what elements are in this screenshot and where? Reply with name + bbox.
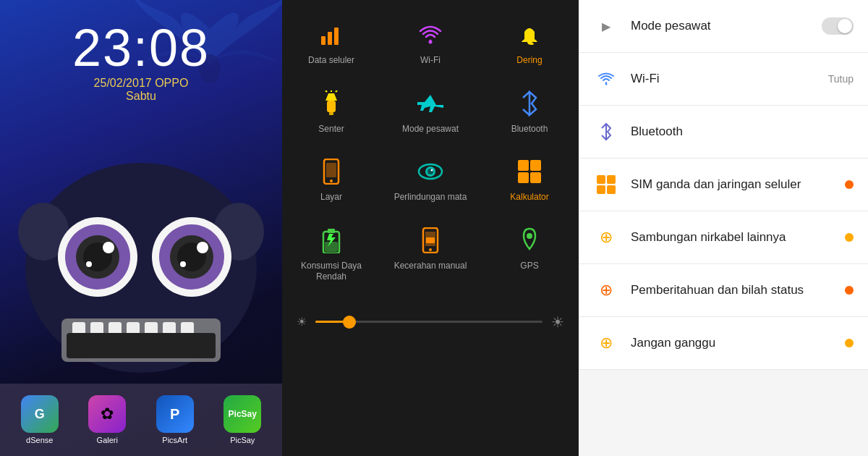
app-picsay[interactable]: PicSay PicSay [217,395,268,444]
quick-kecerahan[interactable]: Kecerahan manual [381,213,480,292]
svg-rect-47 [328,229,335,233]
svg-point-51 [429,248,432,251]
quick-wifi[interactable]: Wi-Fi [381,7,480,75]
svg-rect-25 [321,36,326,45]
bluetooth-quick-icon [520,89,539,118]
svg-rect-45 [530,172,541,183]
home-screen: 23:08 25/02/2017 OPPO Sabtu [0,0,282,456]
svg-rect-52 [426,237,435,243]
wifi-icon-wrap [593,66,619,92]
kecerahan-label: Kecerahan manual [394,261,467,272]
data-seluler-label: Data seluler [308,55,354,67]
svg-point-53 [527,233,532,239]
svg-rect-42 [518,160,529,171]
quick-senter[interactable]: Senter [282,76,380,144]
mode-pesawat-icon [417,89,443,118]
clock-widget: 23:08 25/02/2017 OPPO Sabtu [0,22,282,103]
brightness-high-icon: ☀ [551,313,564,331]
jangan-ganggu-setting-label: Jangan ganggu [631,336,845,350]
toggle-thumb [838,19,852,33]
svg-marker-29 [326,93,337,101]
sambungan-dot [845,233,854,242]
svg-rect-58 [607,185,616,194]
kalkulator-label: Kalkulator [510,192,548,203]
quick-dering[interactable]: Dering [480,7,579,75]
svg-point-37 [330,180,333,182]
konsumsi-daya-icon [321,226,341,255]
quick-kalkulator[interactable]: Kalkulator [480,144,579,212]
settings-list: ▶ Mode pesawat Wi-Fi Tutup [579,0,868,370]
svg-rect-43 [530,160,541,171]
bluetooth-icon-wrap [593,119,619,145]
bluetooth-quick-label: Bluetooth [511,124,548,135]
wifi-settings-icon [598,72,614,85]
perlindungan-mata-icon [417,157,443,186]
app-galeri[interactable]: ✿ Galeri [82,395,132,444]
quick-bluetooth[interactable]: Bluetooth [480,76,579,144]
bluetooth-setting-label: Bluetooth [631,124,854,139]
svg-rect-44 [518,172,529,183]
svg-rect-27 [334,28,339,45]
svg-point-28 [429,41,433,44]
svg-rect-56 [607,175,616,184]
layar-label: Layar [320,192,342,203]
svg-rect-57 [597,185,605,194]
dering-icon [519,20,540,49]
perlindungan-mata-label: Perlindungan mata [394,192,467,203]
svg-rect-24 [67,333,216,358]
brightness-low-icon: ☀ [297,315,307,329]
mode-pesawat-setting-label: Mode pesawat [631,19,822,33]
brightness-track[interactable] [315,321,542,323]
svg-line-34 [326,90,327,92]
svg-rect-48 [325,242,338,252]
kalkulator-icon [516,157,542,186]
gps-icon [519,226,540,255]
settings-bluetooth[interactable]: Bluetooth [579,106,868,159]
settings-sambungan-nirkabel[interactable]: ⊕ Sambungan nirkabel lainnya [579,211,868,264]
quick-data-seluler[interactable]: Data seluler [282,7,380,75]
quick-layar[interactable]: Layar [282,144,380,212]
svg-point-54 [605,83,608,85]
app-dock: G dSense ✿ Galeri P PicsArt PicSay PicSa… [0,384,282,456]
wifi-quick-label: Wi-Fi [420,55,441,67]
pemberitahuan-dot [845,286,854,295]
pemberitahuan-setting-label: Pemberitahuan dan bilah status [631,283,845,297]
app-picsart[interactable]: P PicsArt [150,395,200,444]
svg-point-15 [180,261,186,267]
settings-panel: ▶ Mode pesawat Wi-Fi Tutup [579,0,868,456]
quick-settings-grid: Data seluler Wi-Fi Dering Senter Mo [282,0,579,299]
svg-rect-31 [329,112,333,115]
quick-settings-panel: Data seluler Wi-Fi Dering Senter Mo [282,0,579,456]
app-adsense[interactable]: G dSense [14,395,65,444]
settings-sim-ganda[interactable]: SIM ganda dan jaringan seluler [579,159,868,211]
settings-mode-pesawat[interactable]: ▶ Mode pesawat [579,0,868,53]
plane-icon-wrap: ▶ [593,13,619,39]
settings-jangan-ganggu[interactable]: ⊕ Jangan ganggu [579,317,868,370]
wireless-icon-wrap: ⊕ [593,224,619,250]
senter-icon [321,89,341,118]
svg-line-33 [336,90,337,92]
wifi-quick-icon [418,20,443,49]
settings-wifi[interactable]: Wi-Fi Tutup [579,53,868,106]
kecerahan-icon [420,226,441,255]
brightness-bar[interactable]: ☀ ☀ [282,303,579,342]
notif-icon-wrap: ⊕ [593,277,619,303]
dnd-icon-wrap: ⊕ [593,330,619,356]
quick-gps[interactable]: GPS [480,213,579,292]
jangan-ganggu-dot [845,339,854,347]
svg-point-8 [103,242,114,253]
quick-mode-pesawat[interactable]: Mode pesawat [381,76,480,144]
wifi-action[interactable]: Tutup [828,73,854,85]
svg-rect-26 [328,32,332,45]
svg-point-14 [197,242,208,253]
settings-pemberitahuan[interactable]: ⊕ Pemberitahuan dan bilah status [579,264,868,317]
brightness-thumb [343,316,356,329]
quick-konsumsi-daya[interactable]: Konsumsi Daya Rendah [282,213,380,292]
dnd-settings-icon: ⊕ [600,334,613,352]
quick-perlindungan-mata[interactable]: Perlindungan mata [381,144,480,212]
data-seluler-icon [320,20,343,49]
mode-pesawat-toggle[interactable] [822,17,854,35]
mode-pesawat-label: Mode pesawat [402,124,459,135]
sim-icon-wrap [593,172,619,198]
plane-icon: ▶ [602,20,610,33]
